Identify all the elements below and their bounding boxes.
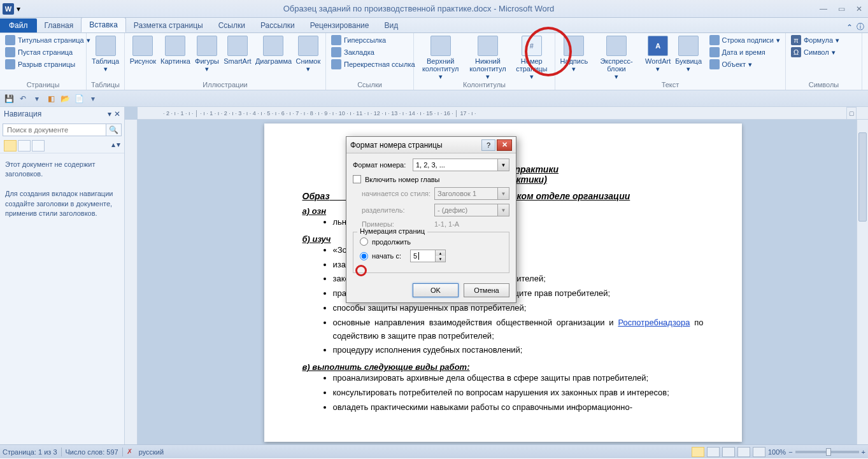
include-chapter-checkbox[interactable] bbox=[353, 175, 361, 183]
hyperlink-button[interactable]: Гиперссылка bbox=[329, 34, 418, 46]
chevron-down-icon[interactable]: ▼ bbox=[497, 159, 509, 171]
view-draft[interactable] bbox=[753, 447, 765, 457]
dialog-body: Формат номера: 1, 2, 3, ...▼ Включить но… bbox=[346, 153, 516, 278]
dialog-close-button[interactable]: ✕ bbox=[497, 139, 512, 151]
clipart-button[interactable]: Картинка bbox=[159, 34, 192, 66]
save-button[interactable]: 💾 bbox=[3, 92, 15, 105]
format-select[interactable]: 1, 2, 3, ...▼ bbox=[413, 159, 509, 171]
dialog-help-button[interactable]: ? bbox=[481, 139, 495, 151]
horizontal-ruler[interactable]: · 2 · ı · 1 · ı · │ · ı · 1 · ı · 2 · ı … bbox=[138, 107, 868, 120]
dialog-titlebar[interactable]: Формат номера страницы ? ✕ bbox=[346, 137, 516, 153]
tab-home[interactable]: Главная bbox=[37, 18, 82, 32]
continue-label: продолжить bbox=[372, 238, 411, 246]
blank-page-button[interactable]: Пустая страница bbox=[3, 46, 93, 58]
help-icon[interactable]: ⓘ bbox=[857, 22, 864, 32]
nav-dropdown-icon[interactable]: ▾ bbox=[108, 109, 111, 118]
chart-icon bbox=[263, 36, 283, 56]
cancel-button[interactable]: Отмена bbox=[464, 283, 509, 297]
vertical-ruler[interactable] bbox=[125, 120, 138, 444]
status-lang[interactable]: русский bbox=[139, 448, 164, 456]
search-input[interactable] bbox=[3, 124, 106, 136]
textbox-button[interactable]: Надпись▾ bbox=[558, 34, 590, 74]
nav-title: Навигация bbox=[4, 109, 41, 118]
chart-button[interactable]: Диаграмма bbox=[253, 34, 294, 66]
tab-file[interactable]: Файл bbox=[0, 18, 37, 32]
status-zoom[interactable]: 100% bbox=[768, 448, 786, 456]
word-icon: W bbox=[3, 3, 14, 15]
tab-references[interactable]: Ссылки bbox=[211, 18, 253, 32]
quickparts-icon bbox=[606, 36, 627, 56]
zoom-in-button[interactable]: + bbox=[862, 448, 865, 456]
zoom-thumb[interactable] bbox=[826, 448, 831, 456]
new-button[interactable]: 📄 bbox=[73, 92, 85, 105]
symbol-button[interactable]: ΩСимвол ▾ bbox=[788, 46, 842, 58]
group-illus-label: Иллюстрации bbox=[125, 81, 325, 88]
sigline-button[interactable]: Строка подписи ▾ bbox=[707, 34, 783, 46]
nav-view-headings[interactable] bbox=[4, 140, 17, 152]
continue-radio[interactable] bbox=[360, 237, 368, 246]
spinner-down-icon[interactable]: ▼ bbox=[435, 256, 445, 262]
quickparts-button[interactable]: Экспресс-блоки▾ bbox=[590, 34, 643, 82]
redo-button[interactable]: ▾ bbox=[31, 92, 43, 105]
nav-close-icon[interactable]: ✕ bbox=[114, 109, 120, 118]
search-icon[interactable]: 🔍 bbox=[106, 124, 122, 136]
nav-prev-icon[interactable]: ▴ bbox=[111, 140, 115, 152]
status-page[interactable]: Страница: 1 из 3 bbox=[3, 448, 57, 456]
screenshot-button[interactable]: Снимок▾ bbox=[294, 34, 323, 74]
tab-review[interactable]: Рецензирование bbox=[302, 18, 377, 32]
view-outline[interactable] bbox=[737, 447, 750, 457]
datetime-button[interactable]: Дата и время bbox=[707, 46, 783, 58]
status-words[interactable]: Число слов: 597 bbox=[66, 448, 118, 456]
undo-button[interactable]: ↶ bbox=[17, 92, 29, 105]
ruler-toggle[interactable]: ▢ bbox=[846, 107, 857, 120]
start-at-spinner[interactable]: 5 ▲▼ bbox=[410, 250, 446, 262]
bookmark-button[interactable]: Закладка bbox=[329, 46, 418, 58]
nav-empty-msg2: Для создания вкладок навигации создайте … bbox=[5, 189, 119, 218]
zoom-slider[interactable] bbox=[795, 451, 859, 453]
object-button[interactable]: Объект ▾ bbox=[707, 59, 783, 70]
footer-button[interactable]: Нижний колонтитул▾ bbox=[464, 34, 511, 82]
table-button[interactable]: Таблица▾ bbox=[89, 34, 122, 74]
list-item: способы защиты нарушенных прав потребите… bbox=[333, 302, 704, 315]
equation-button[interactable]: πФормула ▾ bbox=[788, 34, 842, 46]
header-button[interactable]: Верхний колонтитул▾ bbox=[416, 34, 464, 82]
page-number-format-dialog: Формат номера страницы ? ✕ Формат номера… bbox=[346, 136, 516, 303]
smartart-button[interactable]: SmartArt bbox=[222, 34, 253, 66]
tab-mailings[interactable]: Рассылки bbox=[253, 18, 302, 32]
wordart-button[interactable]: AWordArt▾ bbox=[643, 34, 673, 74]
dropcap-button[interactable]: Буквица▾ bbox=[673, 34, 704, 74]
print-preview-button[interactable]: ◧ bbox=[45, 92, 57, 105]
window-controls: ― ▭ ✕ bbox=[817, 4, 865, 13]
nav-next-icon[interactable]: ▾ bbox=[117, 140, 120, 152]
open-button[interactable]: 📂 bbox=[59, 92, 71, 105]
view-reading[interactable] bbox=[707, 447, 720, 457]
view-web[interactable] bbox=[722, 447, 735, 457]
qat-more[interactable]: ▾ bbox=[87, 92, 99, 105]
format-label: Формат номера: bbox=[353, 161, 409, 169]
picture-button[interactable]: Рисунок bbox=[127, 34, 159, 66]
ok-button[interactable]: OK bbox=[413, 283, 459, 297]
status-proofing-icon[interactable]: ✗ bbox=[127, 448, 132, 456]
page-break-button[interactable]: Разрыв страницы bbox=[3, 59, 93, 70]
minimize-button[interactable]: ― bbox=[817, 4, 830, 13]
page-number-button[interactable]: #Номер страницы▾ bbox=[511, 34, 552, 82]
spinner-up-icon[interactable]: ▲ bbox=[435, 250, 445, 256]
view-print-layout[interactable] bbox=[692, 447, 704, 457]
minimize-ribbon-icon[interactable]: ⌃ bbox=[846, 23, 853, 32]
quick-access-toolbar: 💾 ↶ ▾ ◧ 📂 📄 ▾ bbox=[0, 90, 868, 107]
close-button[interactable]: ✕ bbox=[853, 4, 865, 13]
zoom-out-button[interactable]: − bbox=[788, 448, 792, 456]
vertical-scrollbar[interactable] bbox=[857, 120, 868, 444]
cover-page-button[interactable]: Титульная страница ▾ bbox=[3, 34, 93, 46]
crossref-button[interactable]: Перекрестная ссылка bbox=[329, 59, 418, 70]
restore-button[interactable]: ▭ bbox=[835, 4, 848, 13]
clipart-icon bbox=[165, 36, 185, 56]
shapes-button[interactable]: Фигуры▾ bbox=[192, 34, 222, 74]
nav-view-results[interactable] bbox=[32, 140, 45, 152]
scrollbar-thumb[interactable] bbox=[858, 132, 867, 222]
tab-layout[interactable]: Разметка страницы bbox=[126, 18, 211, 32]
nav-view-pages[interactable] bbox=[18, 140, 31, 152]
tab-insert[interactable]: Вставка bbox=[81, 17, 126, 32]
tab-view[interactable]: Вид bbox=[376, 18, 406, 32]
start-at-radio[interactable] bbox=[360, 252, 368, 260]
